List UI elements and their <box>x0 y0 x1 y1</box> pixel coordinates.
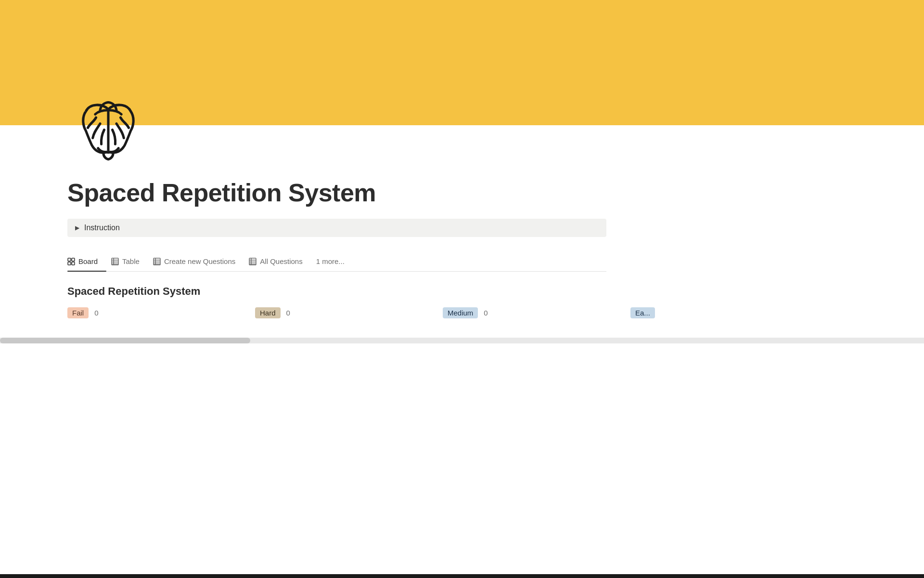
tag-easy[interactable]: Ea... <box>630 307 655 318</box>
page-icon-container <box>67 85 149 169</box>
column-count-medium: 0 <box>484 309 488 317</box>
tab-table-label: Table <box>122 257 140 265</box>
tab-create-new-questions[interactable]: Create new Questions <box>153 252 244 271</box>
tag-medium[interactable]: Medium <box>443 307 478 318</box>
tabs-bar: Board Table Create new Questions All Que… <box>67 252 606 272</box>
svg-rect-4 <box>72 262 75 265</box>
tab-board-label: Board <box>78 257 98 265</box>
tab-all-questions[interactable]: All Questions <box>249 252 311 271</box>
board-column-fail: Fail 0 <box>67 307 255 318</box>
column-count-hard: 0 <box>286 309 290 317</box>
scrollbar-thumb[interactable] <box>0 338 250 343</box>
tab-more[interactable]: 1 more... <box>316 252 345 271</box>
create-questions-tab-icon <box>153 258 161 265</box>
board-section-title: Spaced Repetition System <box>67 285 857 298</box>
board-column-easy: Ea... <box>630 307 818 318</box>
bottom-bar <box>0 574 924 578</box>
svg-rect-2 <box>72 258 75 261</box>
svg-rect-3 <box>68 262 71 265</box>
tab-board[interactable]: Board <box>67 252 106 271</box>
toggle-label: Instruction <box>84 223 120 232</box>
tab-create-new-questions-label: Create new Questions <box>164 257 235 265</box>
instruction-toggle[interactable]: ▶ Instruction <box>67 219 606 237</box>
tab-all-questions-label: All Questions <box>260 257 302 265</box>
tag-hard[interactable]: Hard <box>255 307 281 318</box>
brain-icon <box>67 85 149 167</box>
board-column-medium: Medium 0 <box>443 307 630 318</box>
tag-fail[interactable]: Fail <box>67 307 89 318</box>
board-section: Spaced Repetition System Fail 0 Hard 0 M… <box>67 285 857 318</box>
header-banner <box>0 0 924 125</box>
board-tab-icon <box>67 258 75 265</box>
all-questions-tab-icon <box>249 258 257 265</box>
horizontal-scrollbar[interactable] <box>0 338 924 343</box>
tab-table[interactable]: Table <box>111 252 148 271</box>
toggle-arrow: ▶ <box>75 224 79 231</box>
table-tab-icon <box>111 258 119 265</box>
board-columns: Fail 0 Hard 0 Medium 0 Ea... <box>67 307 857 318</box>
column-count-fail: 0 <box>94 309 98 317</box>
board-column-hard: Hard 0 <box>255 307 443 318</box>
svg-rect-1 <box>68 258 71 261</box>
page-title: Spaced Repetition System <box>67 178 857 207</box>
